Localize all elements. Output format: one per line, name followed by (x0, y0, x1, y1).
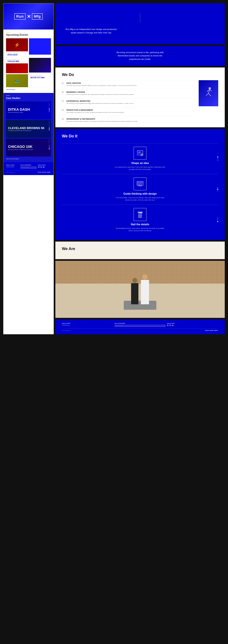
svg-rect-16 (142, 182, 143, 183)
woman-body (131, 283, 138, 304)
cs-dot-c2 (49, 147, 50, 148)
footer-right-social-label: Keep in touch: (167, 323, 218, 324)
svg-point-31 (138, 217, 139, 218)
how-we-do-it-section: We Do It Shape an idea Our start (55, 129, 225, 240)
how-dot-g2 (217, 189, 218, 190)
footer-right-note-email: info@runmfg.com (62, 324, 113, 326)
footer-right-input-row[interactable]: → (114, 324, 166, 327)
cs-dot-b2 (49, 128, 50, 130)
team-person-woman (131, 278, 138, 304)
footer-left: Send us a Note: info@runmfg.com Join our… (3, 162, 54, 175)
case-studies-line (6, 96, 10, 96)
event-chicago-mini-info: JUN 18 / CHICAGO IL CHICAGO MINI (6, 58, 28, 64)
view-all-events-link[interactable]: View All Events → (6, 89, 51, 90)
logo-separator: ✕ (27, 14, 31, 19)
svg-point-29 (140, 216, 141, 216)
twitter-icon[interactable]: t (40, 166, 42, 168)
footer-right-twitter-icon[interactable]: t (169, 324, 171, 326)
footer-social-label: Keep in touch: (38, 164, 51, 166)
event-featured-image: ⚡ (6, 38, 28, 51)
event-right-card[interactable] (29, 58, 51, 72)
case-study-browns-dots (49, 127, 50, 131)
how-dot-n2 (217, 220, 218, 220)
svg-point-27 (141, 214, 142, 215)
how-step-nail-desc: We thoughtfully produce every active, ob… (114, 227, 166, 232)
event-chicago-mini-name: CHICAGO MINI (7, 60, 26, 62)
who-we-are-heading: We Are (62, 246, 218, 251)
footer-newsletter-input[interactable] (21, 166, 35, 168)
svg-point-30 (141, 216, 142, 216)
how-dot-g1 (217, 187, 218, 188)
site-logo: Run ✕ Mfg (14, 13, 43, 20)
service-name-1: RACE CREATION (66, 82, 137, 84)
how-step-guide-dots (217, 187, 218, 191)
what-we-do-section: We Do 01 RACE CREATION We create races t… (55, 68, 225, 127)
how-step-shape-title: Shape an idea (131, 162, 149, 165)
footer-social-col: Keep in touch: f t in (38, 164, 51, 168)
footer-right-email-input[interactable] (115, 325, 164, 326)
service-branding: 02 BRANDING & DESIGN We build each race … (62, 89, 196, 96)
linkedin-icon[interactable]: in (43, 166, 44, 168)
how-step-nail-title: Nail the details (131, 223, 149, 226)
team-person-man (141, 274, 149, 304)
footer-newsletter: Join our Newsletter: → (20, 164, 37, 168)
events-grid: ⚡ JUN 18 / CHICAGO IL DITKA DASH → JUN 1… (6, 38, 51, 87)
footer-newsletter-input-row[interactable]: → (20, 166, 37, 168)
case-study-browns[interactable]: CLEVELAND BROWNS 5K Pounding the pavemen… (6, 120, 51, 138)
service-num-2: 02 (62, 91, 64, 96)
footer-right-newsletter: Join our Newsletter: → (114, 323, 166, 327)
event-motor-city-info[interactable]: DEC 4 / DETROIT MI MOTOR CITY MINI ← (29, 74, 51, 87)
svg-rect-14 (138, 182, 139, 183)
team-people (131, 274, 149, 304)
svg-rect-15 (140, 182, 141, 183)
event-motor-city-details: DEC 4 / DETROIT MI MOTOR CITY MINI (29, 74, 51, 80)
how-step-guide-title: Guide thinking with design (123, 192, 157, 195)
case-study-ditka[interactable]: DITKA DASH Da race that thinks it's a pa… (6, 102, 51, 119)
cs-dot-2 (49, 110, 50, 111)
event-chicago-mini[interactable]: JUN 18 / CHICAGO IL CHICAGO MINI → (6, 58, 28, 73)
footer-bottom: ©2017 Run Mfg, Inc. RUNS MADE HERE. (6, 170, 51, 173)
svg-point-0 (209, 87, 211, 90)
case-study-chicago10k[interactable]: CHICAGO 10K From start & finish in Chica… (6, 138, 51, 156)
case-study-ditka-title: DITKA DASH (8, 108, 49, 111)
how-step-shape-desc: Our starting point is good story. From i… (114, 166, 166, 171)
case-study-browns-title: CLEVELAND BROWNS 5K (8, 127, 49, 130)
service-name-5: SPONSORSHIP & PARTNERSHIPS (66, 118, 138, 120)
cs-dot-b3 (49, 130, 50, 131)
service-content-5: SPONSORSHIP & PARTNERSHIPS We partner wi… (66, 118, 138, 122)
service-image-overlay (199, 80, 218, 106)
event-motor-city-name: MOTOR CITY MINI (30, 77, 49, 78)
footer-right-newsletter-label: Join our Newsletter: (114, 323, 166, 324)
how-dot-s2 (217, 158, 218, 159)
footer-right-bottom: ©2017 Run Mfg, Inc. RUNS MADE HERE. (62, 328, 218, 331)
footer-newsletter-arrow: → (35, 166, 36, 168)
upcoming-events-heading: Upcoming Events (6, 34, 51, 36)
service-desc-2: We build each race as a brand of its own… (66, 94, 134, 96)
service-race-creation: 01 RACE CREATION We create races that ar… (62, 80, 196, 86)
svg-point-25 (138, 214, 139, 215)
facebook-icon[interactable]: f (38, 166, 39, 168)
case-study-browns-subtitle: Pounding the pavement with the Dawg Poun… (8, 130, 49, 131)
event-chicago-mini-date: JUN 18 / CHICAGO IL (7, 59, 26, 60)
guide-thinking-icon (134, 177, 147, 190)
case-study-chicago10k-overlay: CHICAGO 10K From start & finish in Chica… (6, 138, 51, 156)
footer-right-linkedin-icon[interactable]: in (172, 324, 174, 326)
event-featured-date: JUN 18 / CHICAGO IL (7, 52, 26, 54)
hero-section: Run ✕ Mfg (3, 4, 54, 30)
service-num-1: 01 (62, 82, 64, 86)
footer-right-facebook-icon[interactable]: f (167, 324, 169, 326)
footer-grid: Send us a Note: info@runmfg.com Join our… (6, 164, 51, 168)
how-dot-n3 (217, 221, 218, 222)
view-all-case-studies-link[interactable]: View All Case Studies → (6, 158, 51, 160)
event-motor-city[interactable]: 👟 (6, 74, 28, 87)
footer-right-social: Keep in touch: f t in (167, 323, 218, 327)
event-upcoming-card[interactable]: → (29, 38, 51, 54)
service-sponsorship: 05 SPONSORSHIP & PARTNERSHIPS We partner… (62, 116, 196, 122)
services-list: 01 RACE CREATION We create races that ar… (62, 80, 196, 122)
svg-line-5 (210, 90, 212, 91)
service-name-4: PRODUCTION & MANAGEMENT (66, 109, 124, 111)
event-featured[interactable]: ⚡ JUN 18 / CHICAGO IL DITKA DASH (6, 38, 28, 57)
service-image (199, 80, 218, 106)
logo-mfg: Mfg (32, 13, 43, 20)
case-studies-heading: Case Studies (6, 97, 51, 100)
